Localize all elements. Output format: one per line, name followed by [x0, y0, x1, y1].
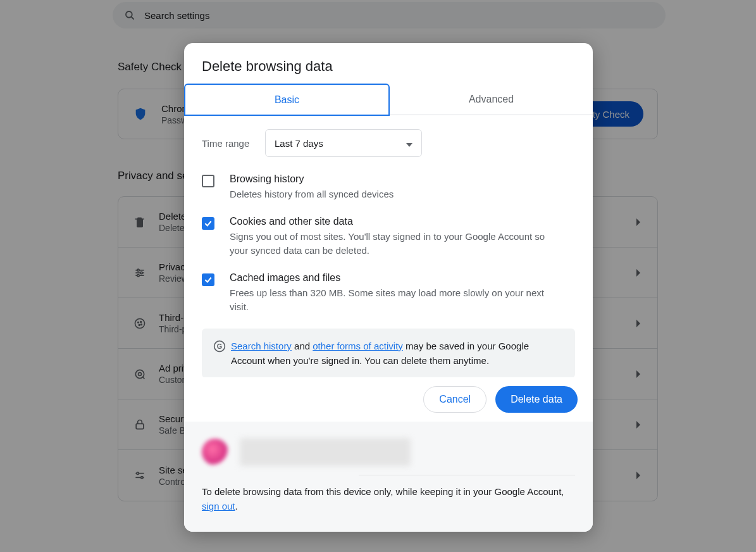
divider [359, 475, 575, 475]
option-title: Cached images and files [230, 272, 559, 284]
checkbox-browsing-history[interactable] [202, 175, 214, 187]
google-logo-icon: G [213, 340, 231, 356]
signout-hint: To delete browsing data from this device… [202, 484, 575, 525]
delete-browsing-data-dialog: Delete browsing data Basic Advanced Time… [184, 43, 593, 532]
time-range-select[interactable]: Last 7 days [265, 129, 422, 157]
dialog-tabs: Basic Advanced [184, 84, 593, 115]
avatar [202, 439, 228, 465]
option-title: Cookies and other site data [230, 216, 559, 227]
dialog-title: Delete browsing data [184, 43, 593, 84]
checkbox-cache[interactable] [202, 273, 214, 286]
other-activity-link[interactable]: other forms of activity [313, 341, 403, 351]
time-range-value: Last 7 days [275, 138, 323, 149]
svg-text:G: G [217, 342, 222, 349]
sign-out-link[interactable]: sign out [202, 501, 235, 511]
option-subtitle: Signs you out of most sites. You'll stay… [230, 230, 559, 258]
google-activity-info: G Search history and other forms of acti… [202, 329, 575, 378]
option-subtitle: Frees up less than 320 MB. Some sites ma… [230, 286, 559, 315]
checkbox-cookies[interactable] [202, 217, 214, 230]
account-info-redacted [240, 438, 411, 466]
tab-basic[interactable]: Basic [184, 84, 390, 116]
option-subtitle: Deletes history from all synced devices [230, 187, 393, 202]
cancel-button[interactable]: Cancel [423, 386, 486, 413]
time-range-label: Time range [202, 138, 265, 149]
search-history-link[interactable]: Search history [231, 341, 292, 351]
dialog-body: Time range Last 7 days Browsing history … [184, 115, 593, 377]
delete-data-button[interactable]: Delete data [495, 386, 578, 413]
tab-advanced[interactable]: Advanced [390, 84, 593, 115]
account-footer: To delete browsing data from this device… [184, 422, 593, 532]
option-title: Browsing history [230, 173, 393, 185]
chevron-down-icon [406, 138, 412, 149]
